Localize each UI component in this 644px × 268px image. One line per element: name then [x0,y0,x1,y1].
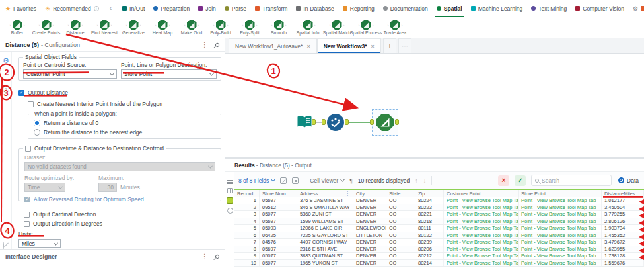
profile-clock-icon[interactable] [227,208,233,214]
column-header-city[interactable]: City [353,190,386,197]
return-zero-radio[interactable] [34,120,40,126]
cell-customer-point[interactable]: Point - View Browse Tool Map Tab [444,218,519,225]
ribbon-tab-join[interactable]: Join [198,0,216,17]
table-row[interactable]: 7045764497 CORNISH WAYDENVERCO80239Point… [234,239,644,246]
fields-dropdown[interactable]: 8 of 8 Fields [238,177,275,184]
input-data-tool-node[interactable] [297,115,312,129]
drivetime-checkbox[interactable] [25,146,31,152]
search-input[interactable] [542,177,601,184]
ribbon-tab-transform[interactable]: Transform [255,0,287,17]
column-header-record[interactable]: Record [234,190,260,197]
tool-find-nearest[interactable]: ››Find Nearest [90,18,119,38]
ribbon-tab-favorites[interactable]: ★Favorites [5,0,36,17]
table-row[interactable]: 9050773883 QUITMAN STDENVERCO80212Point … [234,253,644,260]
tool-smooth[interactable]: ››Smooth [264,18,293,38]
output-anchor[interactable] [345,119,349,125]
data-view-toggle[interactable]: Data [618,177,639,184]
cell-customer-point[interactable]: Point - View Browse Tool Map Tab [444,246,519,253]
pin-icon[interactable] [215,253,220,259]
ribbon-tab-preparation[interactable]: Preparation [153,0,190,17]
panel-menu-icon[interactable]: ⋮ [201,41,208,48]
help-icon[interactable]: ? [3,86,9,93]
column-header-state[interactable]: State [386,190,415,197]
units-dropdown[interactable]: Miles [18,239,61,248]
cell-customer-point[interactable]: Point - View Browse Tool Map Tab [444,232,519,239]
next-record-icon[interactable]: ↓ [423,177,427,184]
nav-back-chevron[interactable]: ‹ [108,5,114,12]
ribbon-tab-text-mining[interactable]: Text Mining [531,0,567,17]
distance-tool-node[interactable] [376,113,394,132]
column-menu-icon[interactable]: ⋮ [345,191,350,197]
table-row[interactable]: 3050775360 ZUNI STDENVERCO80221Point - V… [234,211,644,218]
workflow-canvas[interactable] [225,54,644,157]
tool-trade-area[interactable]: ››Trade Area [380,18,410,38]
cell-viewer-dropdown[interactable]: Cell Viewer [310,177,344,184]
cell-store-point[interactable]: Point - View Browse Tool Map Tab [519,218,602,225]
gear-icon[interactable]: ⚙ [3,57,9,64]
cell-customer-point[interactable]: Point - View Browse Tool Map Tab [444,204,519,211]
output-distance-checkbox[interactable] [18,90,24,96]
source-dropdown[interactable]: Customer Point [23,69,117,79]
cell-store-point[interactable]: Point - View Browse Tool Map Tab [519,239,602,246]
cell-store-point[interactable]: Point - View Browse Tool Map Tab [519,246,602,253]
create-points-tool-node[interactable] [327,114,344,131]
table-row[interactable]: 8056972316 E 5TH AVEDENVERCO80206Point -… [234,246,644,253]
tool-distance[interactable]: ››Distance [61,18,90,38]
return-edge-radio[interactable] [34,129,40,136]
menu-icon[interactable] [227,180,233,184]
workflow-tab-new-workflow1-autosave[interactable]: New Workflow1_Autosave*× [229,38,317,53]
tool-heat-map[interactable]: ››Heat Map [148,18,177,38]
new-workflow-button[interactable]: + [383,38,396,53]
tool-make-grid[interactable]: ››Make Grid [177,18,206,38]
ribbon-tab-in-out[interactable]: In/Out [122,0,145,17]
close-icon[interactable]: × [371,43,375,50]
tool-buffer[interactable]: ››Buffer [3,18,32,38]
table-row[interactable]: 4056971599 WILLIAMS STDENVERCO80218Point… [234,218,644,226]
ribbon-tab-reporting[interactable]: Reporting [343,0,375,17]
cell-customer-point[interactable]: Point - View Browse Tool Map Tab [444,225,519,232]
column-header-store-num[interactable]: Store Num [260,190,297,197]
column-header-customer-point[interactable]: Customer Point [444,190,519,197]
column-header-address[interactable]: Address⋮ [297,190,353,197]
output-anchor-button[interactable] [227,197,233,204]
table-row[interactable]: 6064257225 S GAYLORD STLITTLETONCO80122P… [234,232,644,240]
workflow-overflow-button[interactable]: ··· [398,38,411,53]
table-row[interactable]: 209512846 S UMATILLA WAYDENVERCO80223Poi… [234,204,644,212]
close-icon[interactable]: × [306,43,310,50]
new-window-icon[interactable] [292,177,299,184]
cell-store-point[interactable]: Point - View Browse Tool Map Tab [519,197,602,204]
table-row[interactable]: 105697376 S JASMINE STDENVERCO80224Point… [234,197,644,204]
cell-store-point[interactable]: Point - View Browse Tool Map Tab [519,211,602,218]
panel-menu-icon[interactable]: ⋮ [201,253,208,260]
dest-dropdown[interactable]: Store Point [121,69,217,79]
cancel-button[interactable]: × [498,175,509,186]
prev-record-icon[interactable]: ↑ [415,177,418,184]
cardinal-checkbox[interactable] [24,212,30,218]
ribbon-tab-parse[interactable]: Parse [225,0,246,17]
cell-customer-point[interactable]: Point - View Browse Tool Map Tab [444,211,519,218]
ribbon-tab-recommended[interactable]: ☀Recommendedi [45,0,99,17]
workflow-tab-new-workflow3[interactable]: New Workflow3*× [317,38,381,53]
input-anchor[interactable] [322,119,326,125]
ribbon-tab-in-database[interactable]: In-Database [296,0,334,17]
tool-spatial-info[interactable]: ››Spatial Info [293,18,322,38]
tool-generalize[interactable]: ››Generalize [119,18,148,38]
pin-icon[interactable] [215,42,220,47]
cell-customer-point[interactable]: Point - View Browse Tool Map Tab [444,239,519,246]
ribbon-tab-machine-learning[interactable]: Machine Learning [471,0,523,17]
cell-store-point[interactable]: Point - View Browse Tool Map Tab [519,232,602,239]
table-row[interactable]: 50509312066 E LAKE CIRENGLEWOODCO80111Po… [234,225,644,232]
output-anchor[interactable] [395,119,399,125]
cell-store-point[interactable]: Point - View Browse Tool Map Tab [519,253,602,259]
whitespace-toggle-icon[interactable]: ¶ [349,177,353,184]
cell-customer-point[interactable]: Point - View Browse Tool Map Tab [444,253,519,259]
column-header-distancemiles[interactable]: DistanceMiles [602,190,644,197]
tool-spatial-process[interactable]: ››Spatial Process [351,18,380,38]
table-row[interactable]: 10050771965 YUKON STDENVERCO80214Point -… [234,260,644,267]
cell-customer-point[interactable]: Point - View Browse Tool Map Tab [444,260,519,267]
ribbon-tab-documentation[interactable]: Documentation [383,0,428,17]
cell-store-point[interactable]: Point - View Browse Tool Map Tab [519,260,602,267]
ribbon-tab-computer-vision[interactable]: Computer Vision [575,0,624,17]
apply-button[interactable]: ✓ [515,175,526,186]
tool-poly-split[interactable]: ››Poly-Split [235,18,264,38]
